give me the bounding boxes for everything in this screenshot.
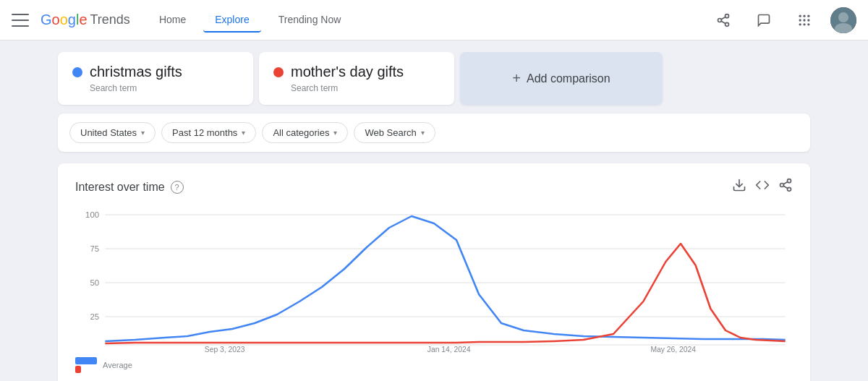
- embed-icon: [755, 178, 770, 192]
- red-line-mothers: [105, 244, 785, 343]
- svg-point-13: [807, 23, 809, 25]
- search-terms-row: christmas gifts Search term mother's day…: [58, 52, 810, 105]
- filter-row: United States ▾ Past 12 months ▾ All cat…: [58, 114, 810, 152]
- svg-point-10: [807, 19, 809, 21]
- feedback-icon-btn[interactable]: [749, 6, 778, 35]
- nav-explore[interactable]: Explore: [203, 8, 260, 33]
- chart-title: Interest over time: [75, 181, 165, 194]
- download-icon-btn[interactable]: [732, 178, 746, 196]
- svg-text:Jan 14, 2024: Jan 14, 2024: [427, 346, 471, 354]
- share-icon-btn[interactable]: [709, 6, 738, 35]
- svg-text:25: 25: [90, 312, 99, 321]
- apps-icon-btn[interactable]: [790, 6, 819, 35]
- main-content: christmas gifts Search term mother's day…: [0, 40, 868, 381]
- download-icon: [732, 178, 746, 192]
- chevron-down-icon-2: ▾: [242, 129, 245, 137]
- filter-time[interactable]: Past 12 months ▾: [161, 122, 256, 143]
- avatar[interactable]: [830, 7, 856, 33]
- search-term-text-2: mother's day gifts: [291, 64, 404, 80]
- plus-icon: +: [512, 70, 521, 87]
- svg-text:75: 75: [90, 244, 99, 253]
- chevron-down-icon-4: ▾: [421, 129, 425, 137]
- nav-left: Google Trends Home Explore Trending Now: [12, 8, 709, 33]
- nav-right: [709, 6, 856, 35]
- svg-text:Sep 3, 2023: Sep 3, 2023: [205, 346, 245, 354]
- search-term-name-1: christmas gifts: [72, 64, 239, 80]
- svg-line-21: [783, 186, 788, 188]
- filter-time-label: Past 12 months: [172, 127, 237, 138]
- add-comparison-label: Add comparison: [527, 72, 610, 85]
- hamburger-menu[interactable]: [12, 12, 29, 29]
- share-icon: [716, 13, 731, 27]
- help-icon[interactable]: ?: [171, 181, 184, 194]
- filter-country[interactable]: United States ▾: [69, 122, 156, 143]
- add-comparison-card[interactable]: + Add comparison: [460, 52, 663, 105]
- dot-blue-1: [72, 67, 82, 77]
- logo-trends-text: Trends: [90, 12, 130, 27]
- search-term-sub-2: Search term: [291, 83, 440, 93]
- avg-bars: [75, 357, 97, 373]
- svg-point-5: [799, 14, 801, 17]
- logo: Google Trends: [41, 12, 130, 28]
- logo-google-text: Google: [41, 12, 88, 28]
- svg-text:50: 50: [90, 278, 99, 287]
- avg-bar-blue: [75, 357, 97, 364]
- chevron-down-icon: ▾: [141, 129, 145, 137]
- search-term-sub-1: Search term: [90, 83, 239, 93]
- search-term-text-1: christmas gifts: [90, 64, 182, 80]
- dot-red-2: [273, 67, 284, 77]
- svg-text:100: 100: [85, 210, 99, 219]
- svg-point-9: [803, 19, 805, 21]
- apps-icon: [797, 13, 812, 27]
- chevron-down-icon-3: ▾: [333, 129, 337, 137]
- navbar: Google Trends Home Explore Trending Now: [0, 0, 868, 40]
- svg-point-7: [807, 14, 809, 17]
- chart-actions: [732, 178, 793, 196]
- nav-home[interactable]: Home: [148, 8, 197, 33]
- svg-line-3: [721, 21, 726, 23]
- share-chart-icon: [778, 178, 793, 192]
- svg-point-12: [803, 23, 805, 25]
- filter-country-label: United States: [80, 127, 137, 138]
- svg-line-4: [721, 17, 726, 19]
- svg-text:May 26, 2024: May 26, 2024: [650, 346, 696, 354]
- filter-search-type-label: Web Search: [365, 127, 416, 138]
- feedback-icon: [757, 13, 771, 27]
- embed-icon-btn[interactable]: [755, 178, 770, 196]
- share-chart-icon-btn[interactable]: [778, 178, 793, 196]
- nav-links: Home Explore Trending Now: [148, 8, 352, 33]
- chart-bottom: Average: [75, 357, 793, 373]
- search-term-name-2: mother's day gifts: [273, 64, 440, 80]
- svg-point-8: [799, 19, 801, 21]
- chart-svg-container: 100 75 50 25 Sep 3, 2023 Jan 14, 2024 Ma…: [75, 207, 793, 354]
- filter-search-type[interactable]: Web Search ▾: [354, 122, 435, 143]
- filter-category[interactable]: All categories ▾: [262, 122, 348, 143]
- avg-bar-red: [75, 366, 81, 373]
- svg-point-11: [799, 23, 801, 25]
- chart-title-group: Interest over time ?: [75, 181, 184, 194]
- filter-category-label: All categories: [273, 127, 329, 138]
- blue-line-christmas: [105, 216, 785, 341]
- svg-point-15: [838, 12, 848, 22]
- search-term-card-2: mother's day gifts Search term: [259, 52, 454, 105]
- svg-point-6: [803, 14, 805, 17]
- chart-card: Interest over time ?: [58, 163, 810, 381]
- avg-label: Average: [103, 361, 132, 369]
- interest-over-time-chart: 100 75 50 25 Sep 3, 2023 Jan 14, 2024 Ma…: [75, 207, 793, 352]
- chart-header: Interest over time ?: [75, 178, 793, 196]
- search-term-card-1: christmas gifts Search term: [58, 52, 253, 105]
- svg-line-22: [783, 181, 788, 184]
- nav-trending-now[interactable]: Trending Now: [267, 8, 353, 33]
